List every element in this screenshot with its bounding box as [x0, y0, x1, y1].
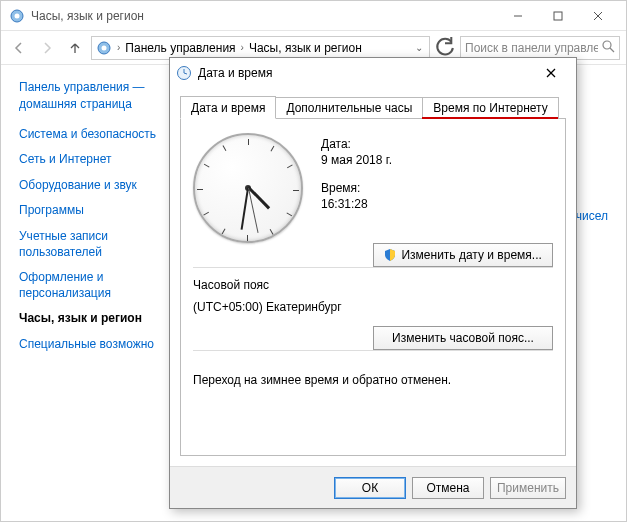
change-date-time-label: Изменить дату и время... [401, 248, 541, 262]
sidebar-item[interactable]: Оформление и персонализация [19, 270, 158, 301]
sidebar: Панель управления — домашняя страница Си… [1, 65, 166, 521]
sidebar-home-link[interactable]: Панель управления — домашняя страница [19, 79, 158, 113]
sidebar-item[interactable]: Учетные записи пользователей [19, 229, 158, 260]
clock-min-hand [241, 188, 249, 230]
dialog-footer: ОК Отмена Применить [170, 466, 576, 508]
sidebar-item[interactable]: Оборудование и звук [19, 178, 158, 194]
window-title: Часы, язык и регион [31, 9, 144, 23]
svg-point-1 [15, 13, 20, 18]
svg-point-7 [102, 45, 107, 50]
time-label: Время: [321, 181, 392, 195]
chevron-right-icon: › [238, 42, 247, 53]
tab[interactable]: Дополнительные часы [275, 97, 423, 118]
clock-icon [176, 65, 192, 81]
change-date-time-button[interactable]: Изменить дату и время... [373, 243, 553, 267]
close-button[interactable] [578, 2, 618, 30]
maximize-button[interactable] [538, 2, 578, 30]
search-placeholder: Поиск в панели управления [465, 41, 598, 55]
change-timezone-label: Изменить часовой пояс... [392, 331, 534, 345]
shield-icon [384, 249, 396, 261]
time-value: 16:31:28 [321, 197, 392, 211]
dialog-tabs: Дата и времяДополнительные часыВремя по … [180, 94, 566, 118]
refresh-button[interactable] [434, 37, 456, 59]
timezone-value: (UTC+05:00) Екатеринбург [193, 300, 553, 314]
nav-back-button[interactable] [7, 36, 31, 60]
breadcrumb-item[interactable]: Панель управления [125, 41, 235, 55]
minimize-button[interactable] [498, 2, 538, 30]
tab[interactable]: Время по Интернету [422, 97, 558, 118]
date-value: 9 мая 2018 г. [321, 153, 392, 167]
window-titlebar: Часы, язык и регион [1, 1, 626, 31]
svg-line-9 [610, 48, 614, 52]
dialog-titlebar[interactable]: Дата и время [170, 58, 576, 88]
change-timezone-button[interactable]: Изменить часовой пояс... [373, 326, 553, 350]
divider [193, 267, 553, 268]
ok-button[interactable]: ОК [334, 477, 406, 499]
control-panel-icon [9, 8, 25, 24]
nav-forward-button[interactable] [35, 36, 59, 60]
dialog-close-button[interactable] [532, 61, 570, 85]
divider [193, 350, 553, 351]
chevron-down-icon[interactable]: ⌄ [412, 42, 425, 53]
svg-rect-3 [554, 12, 562, 20]
sidebar-item[interactable]: Сеть и Интернет [19, 152, 158, 168]
tab[interactable]: Дата и время [180, 96, 276, 119]
search-icon [602, 40, 615, 56]
cancel-button[interactable]: Отмена [412, 477, 484, 499]
sidebar-item[interactable]: Система и безопасность [19, 127, 158, 143]
timezone-heading: Часовой пояс [193, 278, 553, 292]
dst-status-text: Переход на зимнее время и обратно отмене… [193, 373, 553, 387]
breadcrumb[interactable]: › Панель управления › Часы, язык и регио… [91, 36, 430, 60]
control-panel-icon [96, 40, 112, 56]
analog-clock [193, 133, 303, 243]
tab-highlight-underline [422, 117, 558, 119]
sidebar-item[interactable]: Специальные возможно [19, 337, 158, 353]
tab-panel-date-time: Дата: 9 мая 2018 г. Время: 16:31:28 Изме… [180, 118, 566, 456]
breadcrumb-item[interactable]: Часы, язык и регион [249, 41, 362, 55]
sidebar-item[interactable]: Программы [19, 203, 158, 219]
apply-button[interactable]: Применить [490, 477, 566, 499]
search-input[interactable]: Поиск в панели управления [460, 36, 620, 60]
chevron-right-icon: › [114, 42, 123, 53]
dialog-title: Дата и время [198, 66, 272, 80]
date-label: Дата: [321, 137, 392, 151]
date-time-dialog: Дата и время Дата и времяДополнительные … [169, 57, 577, 509]
sidebar-item[interactable]: Часы, язык и регион [19, 311, 158, 327]
nav-up-button[interactable] [63, 36, 87, 60]
svg-point-8 [603, 41, 611, 49]
